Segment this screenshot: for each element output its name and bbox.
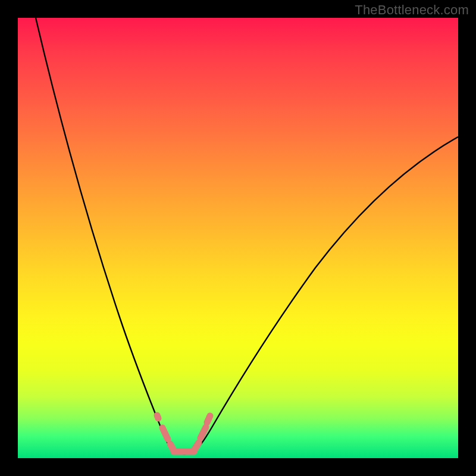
watermark-text: TheBottleneck.com <box>355 2 469 18</box>
curve-left-arm <box>36 18 174 452</box>
plot-area <box>18 18 458 458</box>
chart-frame: TheBottleneck.com <box>0 0 476 476</box>
curve-right-arm <box>194 137 458 452</box>
bottleneck-curve <box>18 18 458 458</box>
trough-highlight <box>157 415 210 452</box>
